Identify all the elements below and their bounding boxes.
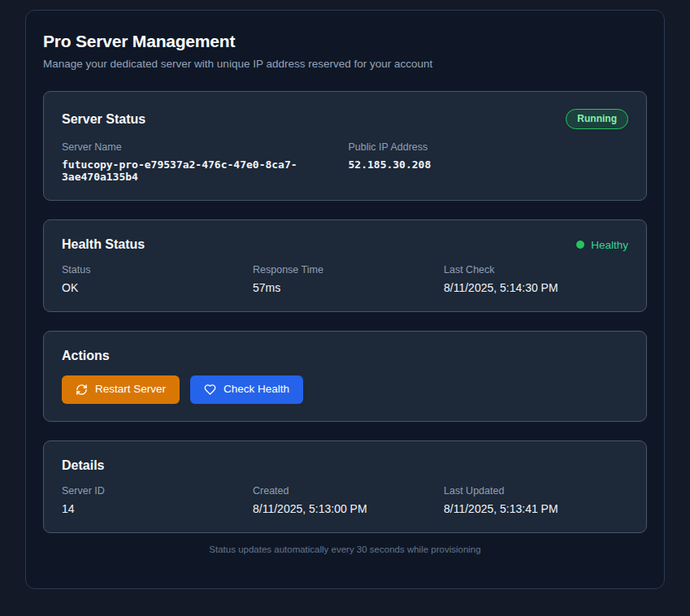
last-updated-label: Last Updated — [444, 485, 628, 497]
actions-card: Actions Restart Server — [43, 331, 647, 421]
response-time-field: Response Time 57ms — [253, 264, 437, 294]
last-check-field: Last Check 8/11/2025, 5:14:30 PM — [444, 264, 628, 294]
health-status-grid: Status OK Response Time 57ms Last Check … — [62, 264, 628, 294]
health-status-value: OK — [62, 281, 246, 294]
last-check-label: Last Check — [444, 264, 628, 275]
server-name-value: futucopy-pro-e79537a2-476c-47e0-8ca7-3ae… — [62, 158, 342, 183]
pro-server-management-panel: Pro Server Management Manage your dedica… — [25, 10, 665, 589]
last-check-value: 8/11/2025, 5:14:30 PM — [444, 281, 628, 294]
healthy-label: Healthy — [591, 239, 628, 251]
response-time-value: 57ms — [253, 281, 437, 294]
restart-server-button[interactable]: Restart Server — [62, 375, 180, 403]
server-status-card: Server Status Running Server Name futuco… — [43, 91, 647, 201]
created-value: 8/11/2025, 5:13:00 PM — [253, 502, 437, 515]
last-updated-value: 8/11/2025, 5:13:41 PM — [444, 502, 628, 515]
health-status-label: Status — [62, 264, 246, 275]
page-title: Pro Server Management — [43, 32, 647, 51]
last-updated-field: Last Updated 8/11/2025, 5:13:41 PM — [444, 485, 628, 515]
details-header: Details — [62, 458, 628, 473]
created-field: Created 8/11/2025, 5:13:00 PM — [253, 485, 437, 515]
public-ip-value: 52.185.30.208 — [349, 158, 629, 171]
details-grid: Server ID 14 Created 8/11/2025, 5:13:00 … — [62, 485, 628, 515]
server-name-label: Server Name — [62, 141, 342, 153]
healthy-dot-icon — [576, 241, 584, 249]
public-ip-label: Public IP Address — [349, 141, 629, 153]
server-id-label: Server ID — [62, 485, 246, 497]
server-status-grid: Server Name futucopy-pro-e79537a2-476c-4… — [62, 141, 628, 183]
public-ip-field: Public IP Address 52.185.30.208 — [349, 141, 629, 183]
page-subtitle: Manage your dedicated server with unique… — [43, 58, 647, 70]
restart-server-label: Restart Server — [95, 383, 166, 396]
health-status-title: Health Status — [62, 237, 145, 252]
actions-title: Actions — [62, 349, 110, 363]
running-status-badge: Running — [566, 109, 628, 129]
cards-stack: Server Status Running Server Name futuco… — [43, 91, 647, 533]
created-label: Created — [253, 485, 437, 497]
check-health-button[interactable]: Check Health — [190, 375, 303, 403]
server-id-field: Server ID 14 — [62, 485, 246, 515]
auto-update-note: Status updates automatically every 30 se… — [43, 544, 647, 554]
health-status-header: Health Status Healthy — [62, 237, 628, 252]
health-status-card: Health Status Healthy Status OK Response… — [43, 219, 647, 312]
check-health-label: Check Health — [223, 383, 289, 396]
details-title: Details — [62, 458, 104, 473]
response-time-label: Response Time — [253, 264, 437, 275]
health-indicator: Healthy — [576, 239, 628, 251]
refresh-cw-icon — [76, 384, 88, 396]
server-status-title: Server Status — [62, 112, 145, 127]
server-status-header: Server Status Running — [62, 109, 628, 129]
health-status-field: Status OK — [62, 264, 246, 294]
heart-icon — [204, 384, 216, 396]
server-id-value: 14 — [62, 502, 246, 515]
server-name-field: Server Name futucopy-pro-e79537a2-476c-4… — [62, 141, 342, 183]
actions-button-row: Restart Server Check Health — [62, 375, 628, 403]
details-card: Details Server ID 14 Created 8/11/2025, … — [43, 440, 647, 533]
actions-header: Actions — [62, 349, 628, 363]
